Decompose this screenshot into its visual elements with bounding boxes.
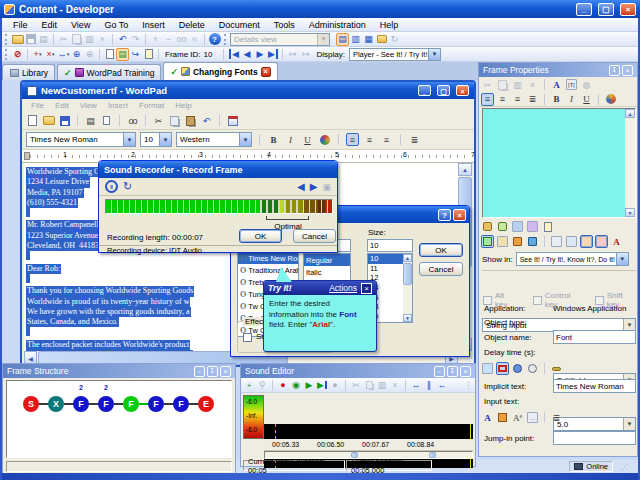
frame-node[interactable]: F	[173, 396, 189, 412]
pause-icon[interactable]: ‖	[105, 180, 118, 193]
field-highlight-icon[interactable]	[496, 362, 509, 375]
strikeout-checkbox[interactable]	[243, 333, 252, 342]
microphone-icon[interactable]: ⚲	[256, 379, 268, 392]
hyperlink-icon[interactable]: ◍	[580, 78, 593, 91]
list-item[interactable]: OTimes New Roman	[238, 252, 298, 264]
toolbar-grip[interactable]	[224, 34, 227, 45]
edit-action-icon[interactable]	[481, 235, 494, 248]
wordpad-menu-insert[interactable]: Insert	[103, 101, 133, 110]
wordpad-menu-file[interactable]: File	[26, 101, 49, 110]
italic-icon[interactable]: I	[284, 133, 297, 146]
scrollbar-thumb[interactable]	[403, 263, 412, 285]
bold-icon[interactable]: B	[267, 133, 280, 146]
key-icon[interactable]	[550, 362, 563, 375]
font-family-combo[interactable]: Times New Roman▼	[26, 132, 136, 147]
print-preview-icon[interactable]	[100, 114, 113, 127]
font-style-icon[interactable]: A	[610, 235, 623, 248]
highlight-object-icon[interactable]	[580, 235, 593, 248]
implicit-text-field[interactable]: Times New Roman	[553, 379, 636, 393]
align-right-icon[interactable]: ≡	[380, 133, 393, 146]
ok-button[interactable]: OK	[239, 229, 282, 243]
dual-monitor-icon[interactable]	[511, 220, 524, 233]
cut-icon[interactable]: ✂	[481, 78, 494, 91]
align-center-icon[interactable]: ≡	[496, 93, 509, 106]
menu-tools[interactable]: Tools	[267, 20, 302, 30]
align-left-icon[interactable]: ≡	[481, 93, 494, 106]
script-combo[interactable]: Western▼	[176, 132, 252, 147]
previous-icon[interactable]: ◀	[297, 181, 305, 192]
frame-node-end[interactable]: E	[198, 396, 214, 412]
align-center-icon[interactable]: ≡	[363, 133, 376, 146]
insert-icon[interactable]: +	[149, 33, 162, 46]
edit-frame-icon[interactable]	[103, 48, 116, 61]
restore-icon[interactable]: ▫	[194, 366, 205, 377]
insert-date-icon[interactable]	[226, 114, 239, 127]
menu-goto[interactable]: Go To	[97, 20, 135, 30]
monitor-export-icon[interactable]	[526, 220, 539, 233]
resize-grip[interactable]: ⋰	[621, 463, 628, 471]
find-icon[interactable]: oo	[126, 114, 139, 127]
next-icon[interactable]: ▶	[310, 181, 318, 192]
italic-icon[interactable]: I	[565, 93, 578, 106]
save-icon[interactable]	[58, 114, 71, 127]
print-icon[interactable]: ▤	[84, 114, 97, 127]
save-icon[interactable]	[24, 33, 37, 46]
jump-back-icon[interactable]: ↦	[299, 48, 312, 61]
wordpad-menu-edit[interactable]: Edit	[50, 101, 74, 110]
restore-icon[interactable]: ▫	[434, 366, 445, 377]
bucket-icon[interactable]	[511, 235, 524, 248]
delay-time-combo[interactable]: 5.0▼	[553, 417, 636, 431]
list-item[interactable]: 10	[368, 254, 404, 264]
refresh-icon[interactable]: ↻	[388, 33, 401, 46]
page-edit-icon[interactable]	[541, 220, 554, 233]
chevron-down-icon[interactable]: ▼	[623, 418, 635, 430]
filter-icon[interactable]: ≈	[188, 33, 201, 46]
underline-icon[interactable]: U	[580, 93, 593, 106]
send-frame-icon[interactable]: ↪	[129, 48, 142, 61]
first-frame-icon[interactable]: ◀	[227, 48, 240, 61]
pin-icon[interactable]: ↧	[207, 366, 218, 377]
paste-icon[interactable]: ▥	[83, 33, 96, 46]
balloon-close-icon[interactable]: ×	[361, 283, 372, 294]
close-icon[interactable]: ×	[622, 65, 633, 76]
insert-frames-icon[interactable]: +▾	[31, 48, 44, 61]
find-icon[interactable]: oo	[175, 33, 188, 46]
edit-bubble-icon[interactable]	[496, 220, 509, 233]
delete-icon[interactable]: ×	[526, 78, 539, 91]
tab-changing-fonts[interactable]: ✓ Changing Fonts ×	[163, 62, 277, 80]
undo-icon[interactable]: ↶	[200, 114, 213, 127]
play-to-end-icon[interactable]: ▶	[316, 379, 328, 392]
menu-administration[interactable]: Administration	[302, 20, 373, 30]
frame-node-current[interactable]: F	[123, 396, 139, 412]
menu-document[interactable]: Document	[212, 20, 267, 30]
frame-structure-canvas[interactable]: S X 2 F 2 F F F F E	[6, 380, 232, 458]
menu-edit[interactable]: Edit	[35, 20, 65, 30]
bullets-icon[interactable]: ≣	[408, 133, 421, 146]
delete-icon[interactable]: ×	[389, 379, 401, 392]
detach-icon[interactable]: ▣	[322, 182, 331, 192]
bubble-text-editor[interactable]: ▲ ▼	[482, 108, 636, 218]
size-list-scrollbar[interactable]: ▲ ▼	[403, 254, 412, 322]
frame-node[interactable]: F	[98, 396, 114, 412]
restart-icon[interactable]: ↻	[123, 180, 132, 193]
list-format-icon[interactable]: ≣	[550, 411, 563, 424]
new-document-icon[interactable]	[26, 114, 39, 127]
close-icon[interactable]: ×	[453, 209, 466, 221]
size-field[interactable]: 10	[367, 239, 413, 252]
scroll-up-icon[interactable]: ▲	[625, 109, 635, 118]
wordpad-menu-view[interactable]: View	[75, 101, 102, 110]
toolbar-grip[interactable]	[5, 49, 8, 60]
wordpad-menu-format[interactable]: Format	[134, 101, 169, 110]
object-name-field[interactable]: Font	[553, 330, 636, 344]
delete-frames-icon[interactable]: ×▾	[44, 48, 57, 61]
align-left-icon[interactable]: ≡	[346, 133, 359, 146]
frame-node[interactable]: F	[73, 396, 89, 412]
close-icon[interactable]: ×	[220, 366, 231, 377]
toolbar-grip[interactable]	[5, 34, 8, 45]
record-append-icon[interactable]: ◉	[290, 379, 302, 392]
maximize-button[interactable]: ▢	[598, 3, 614, 16]
brush-icon[interactable]	[526, 235, 539, 248]
help-icon[interactable]: ?	[208, 33, 221, 46]
menu-help[interactable]: Help	[373, 20, 406, 30]
list-item[interactable]: Regular	[304, 254, 350, 266]
